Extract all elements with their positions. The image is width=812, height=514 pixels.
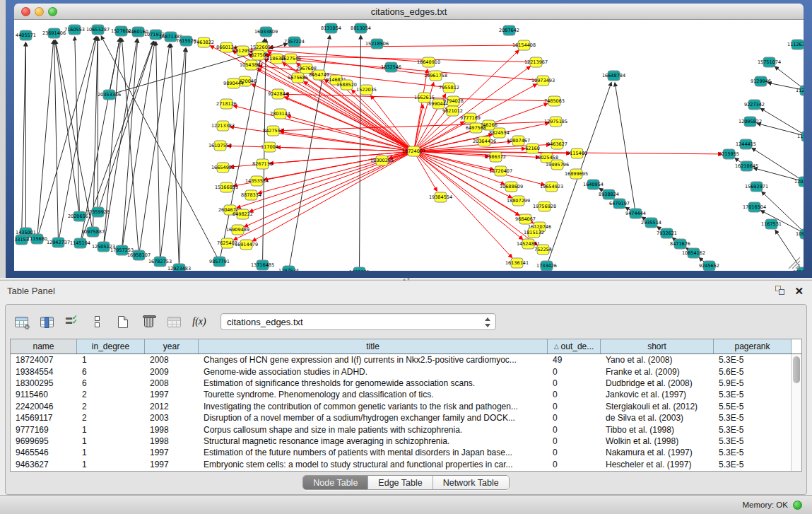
table-cell[interactable]: 9465546 bbox=[11, 448, 77, 457]
citation-edge-red[interactable] bbox=[269, 45, 519, 47]
graph-node[interactable]: 16909489 bbox=[226, 225, 249, 235]
citation-edge-black[interactable] bbox=[37, 40, 54, 235]
graph-node[interactable]: 8215955 bbox=[719, 149, 739, 159]
table-cell[interactable]: 5.3E-5 bbox=[714, 448, 792, 457]
divider-grip-icon[interactable]: ▲▼ bbox=[402, 278, 409, 281]
table-row[interactable]: 1456911722003Disruption of a novel membe… bbox=[11, 412, 801, 424]
graph-node[interactable]: 2087642 bbox=[499, 25, 519, 35]
graph-node[interactable]: 8824554 bbox=[489, 128, 510, 138]
column-header-year[interactable]: year bbox=[145, 339, 199, 354]
table-cell[interactable]: 2008 bbox=[145, 355, 199, 365]
graph-node[interactable]: 9777169 bbox=[460, 113, 481, 123]
graph-node[interactable]: 6498222 bbox=[233, 209, 253, 219]
table-cell[interactable]: 1998 bbox=[145, 436, 199, 446]
citation-edge-black[interactable] bbox=[156, 42, 160, 257]
unselect-all-icon[interactable] bbox=[86, 311, 109, 332]
table-cell[interactable]: 5.3E-5 bbox=[714, 436, 792, 446]
graph-node[interactable]: 1198754 bbox=[797, 132, 804, 141]
graph-node[interactable]: 12213967 bbox=[524, 57, 548, 67]
table-cell[interactable]: 18724007 bbox=[11, 355, 77, 365]
citation-edge-black[interactable] bbox=[757, 124, 804, 136]
tab-edge-table[interactable]: Edge Table bbox=[368, 476, 433, 489]
citation-edge-black[interactable] bbox=[22, 42, 26, 235]
graph-node[interactable]: 9890444 bbox=[223, 78, 244, 88]
table-cell[interactable]: 9115460 bbox=[11, 390, 77, 399]
graph-node[interactable]: 16899695 bbox=[565, 169, 588, 179]
table-cell[interactable]: 1997 bbox=[145, 460, 199, 469]
table-cell[interactable]: Tibbo et al. (1998) bbox=[601, 425, 714, 435]
graph-node[interactable]: 1640954 bbox=[583, 180, 604, 189]
graph-node[interactable]: 16210645 bbox=[735, 161, 758, 171]
table-cell[interactable]: 1997 bbox=[145, 448, 199, 457]
table-cell[interactable]: 2009 bbox=[145, 367, 199, 377]
graph-node[interactable]: 2935514 bbox=[641, 218, 661, 228]
graph-node[interactable]: 9857791 bbox=[209, 257, 230, 267]
table-cell[interactable]: 6 bbox=[77, 378, 145, 388]
column-header-short[interactable]: short bbox=[601, 339, 714, 354]
table-cell[interactable]: 0 bbox=[548, 425, 601, 435]
graph-node[interactable]: 30975887 bbox=[81, 227, 105, 237]
table-cell[interactable]: Genome-wide association studies in ADHD. bbox=[199, 367, 548, 377]
graph-node[interactable]: 8938824 bbox=[599, 189, 619, 199]
close-panel-icon[interactable]: ✕ bbox=[794, 286, 804, 296]
table-row[interactable]: 1938455462009Genome-wide association stu… bbox=[11, 366, 801, 377]
graph-node[interactable]: 19384554 bbox=[429, 192, 452, 202]
graph-node[interactable]: 10654162 bbox=[682, 248, 705, 258]
graph-node[interactable]: 1815132 bbox=[524, 228, 544, 238]
graph-node[interactable]: 1145194 bbox=[70, 238, 90, 248]
memory-status-icon[interactable] bbox=[793, 501, 802, 510]
citation-edge-black[interactable] bbox=[760, 108, 804, 134]
table-row[interactable]: 2242004622012Investigating the contribut… bbox=[11, 401, 801, 412]
graph-node[interactable]: 12923483 bbox=[167, 264, 191, 271]
graph-node[interactable]: 1204417 bbox=[794, 177, 804, 187]
table-cell[interactable]: Embryonic stem cells: a model to study s… bbox=[199, 460, 548, 469]
graph-node[interactable]: 15218506 bbox=[365, 39, 389, 49]
table-row[interactable]: 946554611997Estimation of the future num… bbox=[11, 447, 801, 458]
table-cell[interactable]: 2 bbox=[77, 390, 145, 399]
graph-node[interactable]: 1167531 bbox=[761, 219, 782, 229]
graph-node[interactable]: 23691406 bbox=[42, 28, 66, 38]
citation-edge-black[interactable] bbox=[99, 42, 153, 209]
table-cell[interactable]: Wolkin et al. (1998) bbox=[601, 436, 714, 446]
graph-node[interactable]: 14353534 bbox=[245, 176, 269, 186]
function-builder-icon[interactable]: f(x) bbox=[188, 311, 211, 332]
graph-node[interactable]: 12213383 bbox=[211, 121, 235, 131]
graph-node[interactable]: 2986372 bbox=[486, 152, 506, 162]
graph-node[interactable]: 15166853 bbox=[215, 182, 238, 192]
table-cell[interactable]: Changes of HCN gene expression and I(f) … bbox=[199, 355, 548, 365]
graph-node[interactable]: 9350861 bbox=[793, 267, 804, 271]
table-cell[interactable]: 18300295 bbox=[11, 378, 77, 388]
table-cell[interactable]: 1997 bbox=[145, 390, 199, 399]
table-cell[interactable]: Estimation of the future numbers of pati… bbox=[199, 448, 548, 457]
citation-edge-black[interactable] bbox=[54, 40, 59, 238]
graph-node[interactable]: 16914479 bbox=[235, 240, 258, 250]
citation-edge-red[interactable] bbox=[280, 122, 551, 130]
table-cell[interactable]: 9463627 bbox=[11, 460, 77, 469]
table-cell[interactable]: 19384554 bbox=[11, 367, 77, 377]
vertical-scrollbar[interactable] bbox=[791, 354, 801, 471]
table-cell[interactable]: 49 bbox=[548, 355, 601, 365]
table-cell[interactable]: Franke et al. (2009) bbox=[601, 367, 714, 377]
graph-node[interactable]: 1297534 bbox=[278, 266, 299, 271]
graph-node[interactable]: 1112638 bbox=[787, 40, 804, 49]
graph-node[interactable]: 8471676 bbox=[670, 239, 690, 249]
table-row[interactable]: 946362711997Embryonic stem cells: a mode… bbox=[11, 459, 801, 470]
table-select-dropdown[interactable]: citations_edges.txt bbox=[220, 313, 496, 330]
column-header-in_degree[interactable]: in_degree bbox=[77, 339, 145, 354]
graph-node[interactable]: 10543862 bbox=[240, 60, 263, 70]
table-cell[interactable]: 5.3E-5 bbox=[714, 390, 792, 399]
table-cell[interactable]: Disruption of a novel member of a sodium… bbox=[199, 413, 548, 423]
graph-node[interactable]: 1244415 bbox=[736, 139, 756, 149]
show-columns-icon[interactable] bbox=[35, 311, 58, 332]
delete-table-icon[interactable] bbox=[137, 311, 160, 332]
table-cell[interactable]: 1 bbox=[77, 460, 145, 469]
table-row[interactable]: 1830029562008Estimation of significance … bbox=[11, 378, 801, 389]
citation-edge-red[interactable] bbox=[252, 153, 410, 241]
table-settings-icon[interactable]: ⚙ bbox=[10, 311, 33, 332]
graph-node[interactable]: 5675685 bbox=[288, 73, 308, 83]
graph-node[interactable]: 1733426 bbox=[536, 261, 557, 271]
split-pane-divider[interactable]: ▲▼ bbox=[0, 278, 812, 281]
table-cell[interactable]: 0 bbox=[548, 413, 601, 423]
graph-node[interactable]: 12975185 bbox=[544, 117, 567, 127]
network-window-titlebar[interactable]: citations_edges.txt bbox=[14, 4, 804, 20]
